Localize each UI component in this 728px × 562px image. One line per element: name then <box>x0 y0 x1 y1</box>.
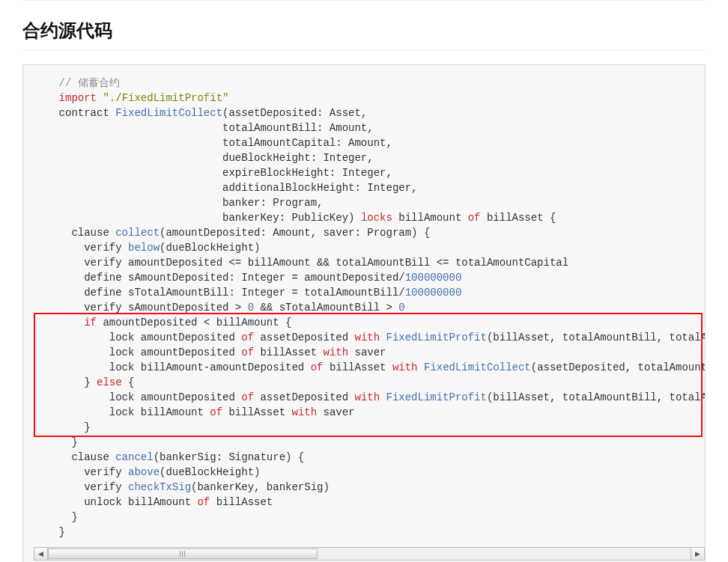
code-viewport[interactable]: // 储蓄合约 import "./FixedLimitProfit" cont… <box>34 76 705 540</box>
horizontal-scrollbar[interactable]: ◀ ▶ <box>34 547 705 561</box>
code-block: // 储蓄合约 import "./FixedLimitProfit" cont… <box>22 64 706 562</box>
scrollbar-grip-icon <box>180 551 186 557</box>
scroll-left-arrow-icon[interactable]: ◀ <box>34 548 48 560</box>
scrollbar-thumb[interactable] <box>48 549 318 559</box>
section-title: 合约源代码 <box>22 19 706 51</box>
scrollbar-track[interactable] <box>48 548 691 560</box>
source-code: // 储蓄合约 import "./FixedLimitProfit" cont… <box>34 76 705 540</box>
scroll-right-arrow-icon[interactable]: ▶ <box>691 548 704 560</box>
